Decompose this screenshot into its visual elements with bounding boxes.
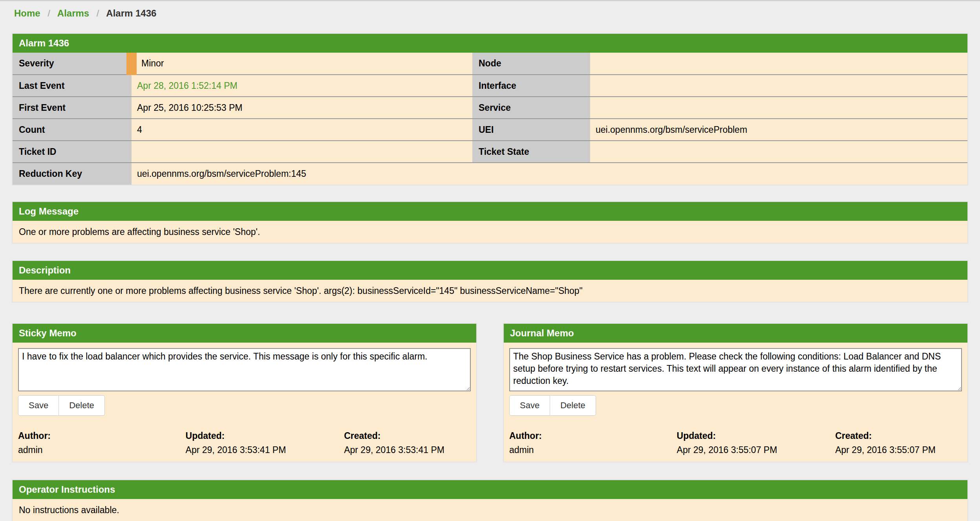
table-row-severity-node: Severity Minor Node — [13, 53, 967, 75]
created-value: Apr 29, 2016 3:53:41 PM — [344, 445, 471, 455]
last-event-value: Apr 28, 2016 1:52:14 PM — [132, 75, 472, 97]
sticky-memo-body: I have to fix the load balancer which pr… — [13, 343, 476, 462]
reduction-key-label: Reduction Key — [13, 163, 132, 185]
sticky-memo-created-col: Created: Apr 29, 2016 3:53:41 PM — [344, 431, 471, 455]
table-row-reduction-key: Reduction Key uei.opennms.org/bsm/servic… — [13, 163, 967, 185]
description-title: Description — [13, 261, 967, 280]
table-row-lastevent-interface: Last Event Apr 28, 2016 1:52:14 PM Inter… — [13, 75, 967, 97]
description-panel: Description There are currently one or m… — [12, 260, 968, 303]
created-value: Apr 29, 2016 3:55:07 PM — [835, 445, 962, 455]
author-label: Author: — [18, 431, 186, 441]
created-label: Created: — [835, 431, 962, 441]
first-event-label: First Event — [13, 97, 132, 119]
first-event-value: Apr 25, 2016 10:25:53 PM — [132, 97, 472, 119]
sticky-memo-delete-button[interactable]: Delete — [59, 395, 105, 416]
author-value: admin — [509, 445, 677, 455]
uei-label: UEI — [472, 119, 590, 141]
journal-memo-created-col: Created: Apr 29, 2016 3:55:07 PM — [835, 431, 962, 455]
ticket-id-label: Ticket ID — [13, 141, 132, 163]
sticky-memo-save-button[interactable]: Save — [18, 395, 59, 416]
ticket-state-label: Ticket State — [472, 141, 590, 163]
log-message-panel: Log Message One or more problems are aff… — [12, 201, 968, 244]
interface-label: Interface — [472, 75, 590, 97]
ticket-state-value — [590, 141, 967, 163]
breadcrumb-home-link[interactable]: Home — [14, 8, 40, 18]
journal-memo-author-col: Author: admin — [509, 431, 677, 455]
uei-value: uei.opennms.org/bsm/serviceProblem — [590, 119, 967, 141]
journal-memo-input[interactable]: The Shop Business Service has a problem.… — [509, 348, 962, 391]
sticky-memo-input[interactable]: I have to fix the load balancer which pr… — [18, 348, 471, 391]
journal-memo-title: Journal Memo — [504, 324, 967, 343]
author-label: Author: — [509, 431, 677, 441]
journal-memo-save-button[interactable]: Save — [509, 395, 550, 416]
operator-instructions-title: Operator Instructions — [13, 480, 967, 499]
journal-memo-delete-button[interactable]: Delete — [550, 395, 596, 416]
node-value — [590, 53, 967, 75]
breadcrumb-current-page: Alarm 1436 — [106, 8, 156, 18]
table-row-firstevent-service: First Event Apr 25, 2016 10:25:53 PM Ser… — [13, 97, 967, 119]
breadcrumb-separator: / — [92, 8, 104, 18]
updated-label: Updated: — [677, 431, 836, 441]
breadcrumb: Home / Alarms / Alarm 1436 — [14, 7, 968, 20]
alarm-detail-table: Severity Minor Node Last Event Apr 28, 2… — [13, 53, 967, 185]
ticket-id-value — [132, 141, 472, 163]
table-row-ticketid-ticketstate: Ticket ID Ticket State — [13, 141, 967, 163]
severity-label: Severity — [13, 53, 132, 75]
breadcrumb-alarms-link[interactable]: Alarms — [57, 8, 89, 18]
log-message-text: One or more problems are affecting busin… — [13, 221, 967, 243]
sticky-memo-footer: Author: admin Updated: Apr 29, 2016 3:53… — [18, 431, 471, 455]
journal-memo-button-group: Save Delete — [509, 395, 596, 416]
breadcrumb-separator: / — [43, 8, 55, 18]
count-value: 4 — [132, 119, 472, 141]
interface-value — [590, 75, 967, 97]
author-value: admin — [18, 445, 186, 455]
service-value — [590, 97, 967, 119]
journal-memo-panel: Journal Memo The Shop Business Service h… — [503, 323, 968, 462]
operator-instructions-panel: Operator Instructions No instructions av… — [12, 479, 968, 521]
description-text: There are currently one or more problems… — [13, 280, 967, 302]
updated-value: Apr 29, 2016 3:53:41 PM — [186, 445, 344, 455]
sticky-memo-button-group: Save Delete — [18, 395, 105, 416]
service-label: Service — [472, 97, 590, 119]
updated-label: Updated: — [186, 431, 344, 441]
updated-value: Apr 29, 2016 3:55:07 PM — [677, 445, 836, 455]
last-event-label: Last Event — [13, 75, 132, 97]
alarm-panel-title: Alarm 1436 — [13, 34, 967, 53]
last-event-link[interactable]: Apr 28, 2016 1:52:14 PM — [137, 81, 238, 91]
alarm-detail-panel: Alarm 1436 Severity Minor Node Last Even… — [12, 33, 968, 185]
journal-memo-updated-col: Updated: Apr 29, 2016 3:55:07 PM — [677, 431, 836, 455]
sticky-memo-updated-col: Updated: Apr 29, 2016 3:53:41 PM — [186, 431, 344, 455]
memo-row: Sticky Memo I have to fix the load balan… — [12, 323, 968, 462]
sticky-memo-title: Sticky Memo — [13, 324, 476, 343]
sticky-memo-panel: Sticky Memo I have to fix the load balan… — [12, 323, 477, 462]
severity-value: Minor — [132, 53, 472, 75]
node-label: Node — [472, 53, 590, 75]
operator-instructions-text: No instructions available. — [13, 499, 967, 521]
table-row-count-uei: Count 4 UEI uei.opennms.org/bsm/serviceP… — [13, 119, 967, 141]
journal-memo-footer: Author: admin Updated: Apr 29, 2016 3:55… — [509, 431, 962, 455]
log-message-title: Log Message — [13, 202, 967, 221]
count-label: Count — [13, 119, 132, 141]
top-divider — [0, 0, 980, 1]
sticky-memo-author-col: Author: admin — [18, 431, 186, 455]
created-label: Created: — [344, 431, 471, 441]
reduction-key-value: uei.opennms.org/bsm/serviceProblem:145 — [132, 163, 967, 185]
journal-memo-body: The Shop Business Service has a problem.… — [504, 343, 967, 462]
